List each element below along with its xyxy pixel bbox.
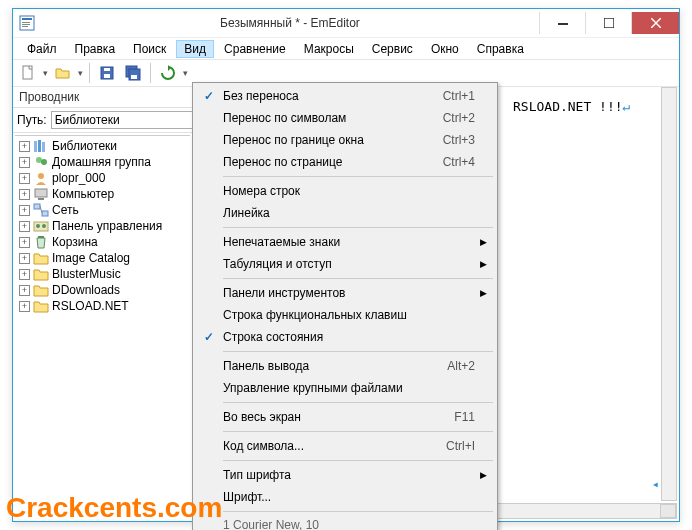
folder-tree[interactable]: +Библиотеки+Домашняя группа+plopr_000+Ко… <box>15 135 190 519</box>
expand-icon[interactable]: + <box>19 221 30 232</box>
menu-help[interactable]: Справка <box>469 40 532 58</box>
close-button[interactable] <box>631 12 679 34</box>
menu-edit[interactable]: Правка <box>67 40 124 58</box>
maximize-button[interactable] <box>585 12 631 34</box>
newline-icon: ↵ <box>623 99 631 114</box>
menu-item[interactable]: Панели инструментов▶ <box>195 282 495 304</box>
menu-macros[interactable]: Макросы <box>296 40 362 58</box>
menu-separator <box>223 460 493 461</box>
tree-item[interactable]: +Корзина <box>15 234 190 250</box>
menu-item[interactable]: Перенос по символамCtrl+2 <box>195 107 495 129</box>
menu-separator <box>223 227 493 228</box>
vertical-scrollbar[interactable] <box>661 87 677 501</box>
svg-rect-18 <box>42 142 45 152</box>
shortcut-label: Ctrl+I <box>446 439 475 453</box>
expand-icon[interactable]: + <box>19 269 30 280</box>
menu-separator <box>223 511 493 512</box>
menu-compare[interactable]: Сравнение <box>216 40 294 58</box>
save-all-button[interactable] <box>122 62 144 84</box>
menu-view[interactable]: Вид <box>176 40 214 58</box>
menu-item-label: Строка функциональных клавиш <box>223 308 475 322</box>
tree-item[interactable]: +RSLOAD.NET <box>15 298 190 314</box>
expand-icon[interactable]: + <box>19 253 30 264</box>
path-input[interactable] <box>51 111 209 129</box>
reload-button[interactable] <box>157 62 179 84</box>
tree-item[interactable]: +plopr_000 <box>15 170 190 186</box>
tree-item[interactable]: +Сеть <box>15 202 190 218</box>
svg-rect-23 <box>38 198 44 200</box>
tree-item-label: Компьютер <box>52 187 114 201</box>
expand-icon[interactable]: + <box>19 189 30 200</box>
tree-item-label: Image Catalog <box>52 251 130 265</box>
submenu-arrow-icon: ▶ <box>480 470 487 480</box>
svg-rect-24 <box>34 204 40 209</box>
app-icon <box>13 15 41 31</box>
menu-window[interactable]: Окно <box>423 40 467 58</box>
menu-item[interactable]: Во весь экранF11 <box>195 406 495 428</box>
tree-item[interactable]: +Image Catalog <box>15 250 190 266</box>
expand-icon[interactable]: + <box>19 301 30 312</box>
homegroup-icon <box>33 155 49 169</box>
menu-item[interactable]: Перенос по границе окнаCtrl+3 <box>195 129 495 151</box>
menu-separator <box>223 402 493 403</box>
save-button[interactable] <box>96 62 118 84</box>
scroll-right-button[interactable] <box>660 504 676 518</box>
menu-item[interactable]: Управление крупными файлами <box>195 377 495 399</box>
menu-item-label: Строка состояния <box>223 330 475 344</box>
computer-icon <box>33 187 49 201</box>
tree-item[interactable]: +BlusterMusic <box>15 266 190 282</box>
menu-search[interactable]: Поиск <box>125 40 174 58</box>
path-row: Путь: <box>13 108 192 133</box>
open-file-button[interactable] <box>52 62 74 84</box>
path-label: Путь: <box>17 113 47 127</box>
menu-item[interactable]: Шрифт... <box>195 486 495 508</box>
menu-separator <box>223 278 493 279</box>
expand-icon[interactable]: + <box>19 141 30 152</box>
view-menu-dropdown: ✓Без переносаCtrl+1Перенос по символамCt… <box>192 82 498 530</box>
svg-point-21 <box>38 173 44 179</box>
expand-icon[interactable]: + <box>19 157 30 168</box>
menu-item-label: Код символа... <box>223 439 446 453</box>
tree-item[interactable]: +Библиотеки <box>15 138 190 154</box>
menu-file[interactable]: Файл <box>19 40 65 58</box>
menu-item[interactable]: ✓Строка состояния <box>195 326 495 348</box>
svg-rect-11 <box>104 74 110 78</box>
tree-item[interactable]: +Компьютер <box>15 186 190 202</box>
new-file-button[interactable] <box>17 62 39 84</box>
minimize-button[interactable] <box>539 12 585 34</box>
menu-item-label: Табуляция и отступ <box>223 257 475 271</box>
menu-separator <box>223 431 493 432</box>
menu-item[interactable]: Табуляция и отступ▶ <box>195 253 495 275</box>
submenu-arrow-icon: ▶ <box>480 259 487 269</box>
titlebar: Безымянный * - EmEditor <box>13 9 679 37</box>
menu-item[interactable]: Панель выводаAlt+2 <box>195 355 495 377</box>
menu-item-label: Линейка <box>223 206 475 220</box>
svg-rect-22 <box>35 189 47 197</box>
menu-separator <box>223 176 493 177</box>
menu-item[interactable]: Перенос по страницеCtrl+4 <box>195 151 495 173</box>
expand-icon[interactable]: + <box>19 285 30 296</box>
explorer-title: Проводник <box>13 87 192 108</box>
check-icon: ✓ <box>201 330 217 344</box>
expand-icon[interactable]: + <box>19 205 30 216</box>
menu-tools[interactable]: Сервис <box>364 40 421 58</box>
menu-item[interactable]: Тип шрифта▶ <box>195 464 495 486</box>
tree-item-label: Панель управления <box>52 219 162 233</box>
tree-item[interactable]: +DDownloads <box>15 282 190 298</box>
menu-item[interactable]: Номера строк <box>195 180 495 202</box>
menu-item[interactable]: Код символа...Ctrl+I <box>195 435 495 457</box>
menu-item[interactable]: Непечатаемые знаки▶ <box>195 231 495 253</box>
tree-item-label: plopr_000 <box>52 171 105 185</box>
shortcut-label: Ctrl+3 <box>443 133 475 147</box>
menu-item[interactable]: Линейка <box>195 202 495 224</box>
tree-item-label: Корзина <box>52 235 98 249</box>
tree-item[interactable]: +Домашняя группа <box>15 154 190 170</box>
svg-rect-2 <box>22 22 30 23</box>
editor-text: RSLOAD.NET !!! <box>513 99 623 114</box>
expand-icon[interactable]: + <box>19 173 30 184</box>
menu-item[interactable]: Строка функциональных клавиш <box>195 304 495 326</box>
tree-item[interactable]: +Панель управления <box>15 218 190 234</box>
folder-icon <box>33 283 49 297</box>
menu-item[interactable]: ✓Без переносаCtrl+1 <box>195 85 495 107</box>
expand-icon[interactable]: + <box>19 237 30 248</box>
